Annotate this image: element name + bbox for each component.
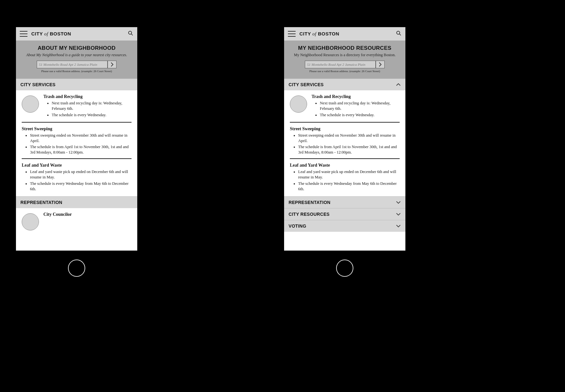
brand-boston: BOSTON	[50, 31, 71, 36]
divider	[290, 158, 400, 159]
section-representation[interactable]: REPRESENTATION	[16, 196, 137, 208]
service-detail: Street sweeping ended on November 30th a…	[298, 133, 400, 144]
address-input[interactable]	[37, 61, 108, 68]
page-subtitle: My Neighborhood Resources is a directory…	[287, 53, 402, 57]
divider	[290, 122, 400, 123]
brand-of: of	[44, 31, 49, 36]
chevron-up-icon	[396, 82, 401, 87]
chevron-down-icon	[396, 200, 401, 205]
city-services-body: Trash and Recycling Next trash and recyc…	[284, 90, 405, 196]
service-title: Leaf and Yard Waste	[290, 163, 400, 168]
section-label: CITY SERVICES	[20, 82, 56, 87]
service-street-sweeping: Street Sweeping Street sweeping ended on…	[290, 126, 400, 155]
menu-icon[interactable]	[20, 31, 27, 37]
rep-title: City Councilor	[43, 212, 72, 217]
brand-logo[interactable]: CITY of BOSTON	[299, 31, 339, 37]
chevron-down-icon	[396, 223, 401, 229]
service-title: Trash and Recycling	[312, 94, 400, 99]
address-submit-button[interactable]	[376, 61, 385, 68]
page-subtitle: About My Neighborhood is a guide to your…	[19, 53, 134, 57]
section-representation[interactable]: REPRESENTATION	[284, 196, 405, 208]
section-city-services[interactable]: CITY SERVICES	[284, 79, 405, 90]
service-title: Street Sweeping	[290, 126, 400, 132]
section-label: REPRESENTATION	[289, 200, 330, 205]
brand-city: CITY	[31, 31, 43, 36]
service-title: Street Sweeping	[22, 126, 132, 132]
service-detail: Leaf and yard waste pick up ended on Dec…	[30, 169, 132, 180]
brand-logo[interactable]: CITY of BOSTON	[31, 31, 71, 37]
service-trash: Trash and Recycling Next trash and recyc…	[290, 94, 400, 119]
svg-point-2	[397, 31, 400, 34]
phone-mockup-right: CITY of BOSTON MY NEIGHBORHOOD RESOURCES…	[284, 27, 405, 277]
service-detail: The schedule is every Wednesday from May…	[30, 181, 132, 192]
address-submit-button[interactable]	[108, 61, 117, 68]
trash-icon	[290, 95, 307, 113]
service-trash: Trash and Recycling Next trash and recyc…	[22, 94, 132, 119]
section-city-services[interactable]: CITY SERVICES	[16, 79, 137, 90]
brand-city: CITY	[299, 31, 311, 36]
service-title: Leaf and Yard Waste	[22, 163, 132, 168]
service-detail: Leaf and yard waste pick up ended on Dec…	[298, 169, 400, 180]
svg-line-1	[131, 34, 133, 35]
screen: CITY of BOSTON MY NEIGHBORHOOD RESOURCES…	[284, 27, 405, 251]
address-help-text: Please use a valid Boston address. (exam…	[19, 70, 134, 73]
section-voting[interactable]: VOTING	[284, 220, 405, 232]
service-detail: The schedule is every Wednesday from May…	[298, 181, 400, 192]
divider	[22, 122, 132, 123]
address-help-text: Please use a valid Boston address. (exam…	[287, 70, 402, 73]
home-button[interactable]	[336, 260, 353, 277]
svg-point-0	[129, 31, 132, 34]
city-services-body: Trash and Recycling Next trash and recyc…	[16, 90, 137, 196]
section-label: REPRESENTATION	[20, 200, 62, 205]
section-label: CITY SERVICES	[289, 82, 324, 87]
representation-body: City Councilor	[16, 208, 137, 235]
hero-address-block: ABOUT MY NEIGHBORHOOD About My Neighborh…	[16, 41, 137, 79]
trash-icon	[22, 95, 39, 113]
service-leaf-yard: Leaf and Yard Waste Leaf and yard waste …	[22, 163, 132, 192]
service-detail: Next trash and recycling day is: Wednesd…	[320, 101, 400, 111]
screen: CITY of BOSTON ABOUT MY NEIGHBORHOOD Abo…	[16, 27, 137, 251]
home-button[interactable]	[68, 260, 85, 277]
top-bar: CITY of BOSTON	[284, 27, 405, 41]
address-input[interactable]	[305, 61, 376, 68]
divider	[22, 158, 132, 159]
service-detail: Next trash and recycling day is: Wednesd…	[52, 101, 132, 111]
brand-boston: BOSTON	[318, 31, 339, 36]
page-title: MY NEIGHBORHOOD RESOURCES	[287, 45, 402, 51]
section-label: VOTING	[289, 223, 306, 229]
councilor-icon	[22, 213, 39, 230]
service-detail: The schedule is from April 1st to Novemb…	[298, 144, 400, 155]
chevron-down-icon	[396, 212, 401, 217]
service-detail: The schedule is every Wednesday.	[52, 112, 132, 118]
hero-address-block: MY NEIGHBORHOOD RESOURCES My Neighborhoo…	[284, 41, 405, 79]
brand-of: of	[313, 31, 317, 36]
page-title: ABOUT MY NEIGHBORHOOD	[19, 45, 134, 51]
top-bar: CITY of BOSTON	[16, 27, 137, 41]
phone-mockup-left: CITY of BOSTON ABOUT MY NEIGHBORHOOD Abo…	[16, 27, 137, 277]
search-icon[interactable]	[396, 30, 402, 37]
service-detail: The schedule is every Wednesday.	[320, 112, 400, 118]
service-detail: The schedule is from April 1st to Novemb…	[30, 144, 132, 155]
service-street-sweeping: Street Sweeping Street sweeping ended on…	[22, 126, 132, 155]
rep-city-councilor: City Councilor	[22, 212, 132, 230]
menu-icon[interactable]	[288, 31, 296, 37]
service-leaf-yard: Leaf and Yard Waste Leaf and yard waste …	[290, 163, 400, 192]
service-detail: Street sweeping ended on November 30th a…	[30, 133, 132, 144]
search-icon[interactable]	[128, 30, 133, 37]
section-city-resources[interactable]: CITY RESOURCES	[284, 208, 405, 220]
service-title: Trash and Recycling	[43, 94, 132, 99]
section-label: CITY RESOURCES	[289, 212, 329, 217]
svg-line-3	[399, 34, 401, 35]
